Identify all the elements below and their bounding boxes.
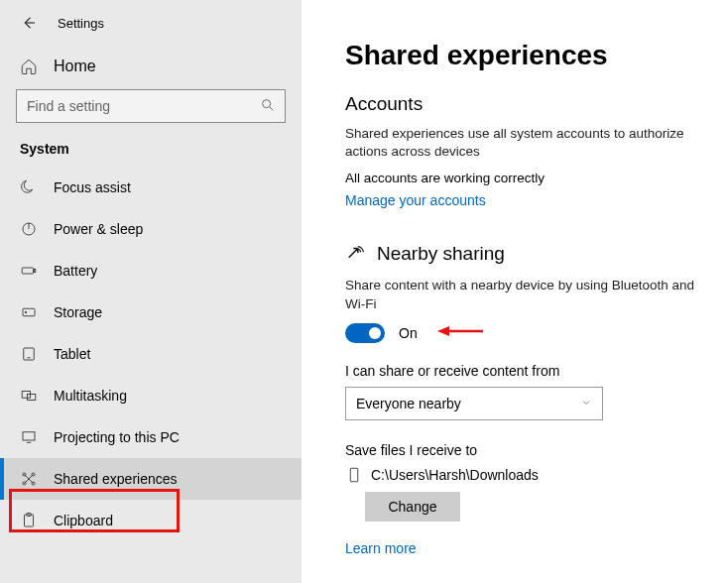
annotation-arrow [437, 324, 483, 342]
save-path: C:\Users\Harsh\Downloads [371, 467, 539, 483]
share-from-select[interactable]: Everyone nearby [345, 387, 603, 420]
sidebar-item-label: Focus assist [54, 179, 131, 195]
sidebar-item-focus-assist[interactable]: Focus assist [0, 167, 302, 208]
sidebar-item-battery[interactable]: Battery [0, 250, 302, 292]
svg-rect-2 [22, 268, 33, 274]
svg-rect-18 [350, 468, 358, 482]
sidebar: Settings Home System Focus assist Power … [0, 0, 302, 583]
sidebar-item-tablet[interactable]: Tablet [0, 333, 302, 375]
nearby-heading: Nearby sharing [377, 243, 505, 265]
save-to-label: Save files I receive to [345, 442, 704, 458]
projecting-icon [20, 428, 38, 446]
category-heading: System [0, 141, 302, 167]
sidebar-item-storage[interactable]: Storage [0, 292, 302, 333]
device-icon [345, 466, 363, 484]
accounts-status: All accounts are working correctly [345, 171, 704, 185]
storage-icon [20, 303, 38, 321]
moon-icon [20, 178, 38, 196]
sidebar-item-label: Home [54, 58, 96, 75]
clipboard-icon [20, 512, 38, 529]
toggle-state-label: On [399, 325, 418, 341]
sidebar-item-home[interactable]: Home [0, 50, 302, 89]
svg-rect-4 [23, 308, 35, 316]
sidebar-item-clipboard[interactable]: Clipboard [0, 500, 302, 541]
manage-accounts-link[interactable]: Manage your accounts [345, 192, 486, 208]
nearby-desc: Share content with a nearby device by us… [345, 277, 704, 312]
sidebar-item-shared-experiences[interactable]: Shared experiences [0, 458, 302, 500]
main-content: Shared experiences Accounts Shared exper… [302, 0, 728, 583]
search-icon [260, 97, 276, 113]
svg-marker-17 [437, 326, 449, 336]
svg-point-0 [263, 100, 271, 108]
svg-rect-3 [34, 270, 36, 273]
tablet-icon [20, 345, 38, 363]
svg-rect-8 [28, 395, 36, 401]
learn-more-link[interactable]: Learn more [345, 540, 417, 556]
svg-rect-9 [23, 432, 35, 440]
nearby-sharing-toggle[interactable] [345, 323, 385, 343]
sidebar-item-multitasking[interactable]: Multitasking [0, 375, 302, 416]
svg-point-5 [25, 311, 27, 313]
app-title: Settings [58, 16, 104, 31]
nearby-sharing-icon [345, 243, 367, 265]
sidebar-item-label: Shared experiences [54, 471, 178, 487]
search-input[interactable] [16, 89, 286, 123]
sidebar-item-label: Projecting to this PC [54, 429, 180, 445]
back-icon[interactable] [20, 14, 38, 32]
search-wrap [16, 89, 286, 123]
sidebar-item-label: Multitasking [54, 388, 127, 404]
battery-icon [20, 262, 38, 280]
home-icon [20, 58, 38, 75]
multitasking-icon [20, 387, 38, 405]
power-icon [20, 220, 38, 238]
accounts-heading: Accounts [345, 93, 704, 115]
sidebar-item-projecting[interactable]: Projecting to this PC [0, 416, 302, 458]
shared-experiences-icon [20, 470, 38, 488]
change-button[interactable]: Change [365, 492, 460, 522]
sidebar-item-label: Clipboard [54, 513, 113, 528]
sidebar-item-label: Storage [54, 304, 102, 320]
sidebar-item-label: Tablet [54, 346, 90, 362]
sidebar-item-power-sleep[interactable]: Power & sleep [0, 208, 302, 250]
page-title: Shared experiences [345, 40, 704, 71]
svg-rect-6 [24, 348, 35, 360]
select-value: Everyone nearby [356, 396, 461, 411]
sidebar-item-label: Battery [54, 263, 97, 279]
chevron-down-icon [580, 396, 592, 411]
share-from-label: I can share or receive content from [345, 363, 704, 379]
sidebar-item-label: Power & sleep [54, 221, 143, 237]
accounts-desc: Shared experiences use all system accoun… [345, 125, 704, 161]
